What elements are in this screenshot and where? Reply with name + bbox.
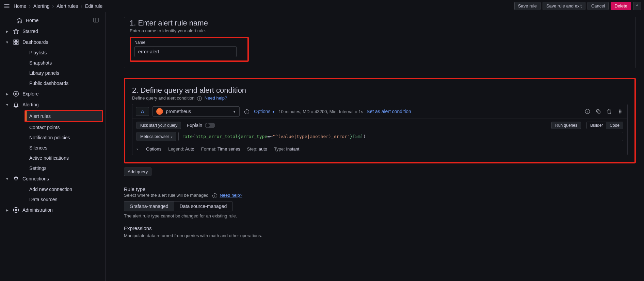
need-help-link[interactable]: Need help?	[205, 95, 227, 101]
sidebar-item-home[interactable]: Home	[0, 15, 105, 26]
sidebar-item-settings[interactable]: Settings	[0, 163, 105, 173]
run-queries-button[interactable]: Run queries	[551, 122, 581, 129]
drag-handle-icon[interactable]	[616, 108, 624, 115]
sidebar-item-data-sources[interactable]: Data sources	[0, 194, 105, 205]
more-caret-button[interactable]: ^	[633, 2, 641, 10]
trash-icon[interactable]	[606, 108, 613, 115]
info-icon[interactable]: i	[212, 193, 217, 198]
breadcrumb-alerting[interactable]: Alerting	[33, 3, 49, 9]
rule-type-subtitle: Select where the alert rule will be mana…	[124, 193, 636, 198]
svg-marker-8	[15, 93, 17, 95]
chevron-down-icon: ▼	[272, 110, 275, 113]
sidebar-item-label: Contact points	[29, 125, 60, 130]
grafana-managed-button[interactable]: Grafana-managed	[124, 201, 174, 211]
sidebar-item-label: Settings	[29, 165, 47, 171]
chevron-right-icon[interactable]: ›	[136, 146, 138, 152]
metrics-browser-button[interactable]: Metrics browser ›	[136, 132, 176, 141]
svg-point-16	[621, 110, 621, 110]
breadcrumb-home[interactable]: Home	[14, 3, 26, 9]
sidebar-item-notification-policies[interactable]: Notification policies	[0, 133, 105, 143]
chevron-right-icon: ▶	[5, 30, 10, 33]
options-label[interactable]: Options	[146, 146, 161, 152]
chevron-right-icon: ›	[171, 134, 173, 139]
sidebar-item-library-panels[interactable]: Library panels	[0, 68, 105, 78]
chevron-right-icon: ›	[52, 3, 54, 9]
sidebar-item-playlists[interactable]: Playlists	[0, 48, 105, 58]
main-content: 1. Enter alert rule name Enter a name to…	[106, 12, 644, 281]
expressions-title: Expressions	[124, 225, 636, 231]
svg-point-19	[619, 112, 620, 113]
dashboard-icon	[13, 39, 19, 45]
add-query-button[interactable]: Add query	[124, 168, 151, 176]
promql-input[interactable]: rate(http_error_total{error_type=~"^(val…	[178, 132, 623, 141]
sidebar-item-label: Explore	[22, 91, 38, 96]
sidebar-item-label: Alert rules	[29, 113, 51, 119]
copy-icon[interactable]	[595, 108, 602, 115]
sidebar-item-administration[interactable]: ▶ Administration	[0, 205, 105, 215]
sidebar-item-label: Alerting	[22, 102, 38, 107]
breadcrumb: Home › Alerting › Alert rules › Edit rul…	[14, 3, 102, 9]
sidebar-item-add-connection[interactable]: Add new connection	[0, 184, 105, 194]
rule-type-title: Rule type	[124, 186, 636, 192]
sidebar-item-label: Playlists	[29, 50, 47, 55]
plug-icon	[13, 176, 19, 182]
chevron-right-icon: ▶	[5, 92, 10, 96]
need-help-link[interactable]: Need help?	[220, 193, 242, 198]
svg-rect-4	[17, 40, 18, 41]
svg-point-20	[621, 112, 621, 113]
section-1-subtitle: Enter a name to identify your alert rule…	[130, 28, 630, 33]
set-as-alert-condition[interactable]: Set as alert condition	[367, 109, 411, 114]
sidebar-item-label: Starred	[22, 29, 38, 34]
sidebar-item-public-dashboards[interactable]: Public dashboards	[0, 78, 105, 88]
sidebar-item-dashboards[interactable]: ▼ Dashboards	[0, 37, 105, 48]
sidebar-item-label: Public dashboards	[29, 81, 68, 86]
kick-start-button[interactable]: Kick start your query	[136, 122, 181, 129]
code-tab[interactable]: Code	[606, 122, 623, 129]
save-rule-button[interactable]: Save rule	[514, 2, 541, 10]
svg-point-15	[619, 110, 620, 110]
name-label: Name	[134, 40, 237, 45]
hamburger-menu-icon[interactable]	[3, 2, 11, 10]
breadcrumb-alert-rules[interactable]: Alert rules	[57, 3, 78, 9]
sidebar-item-connections[interactable]: ▼ Connections	[0, 173, 105, 184]
dock-panel-icon[interactable]	[92, 16, 100, 24]
sidebar-item-active-notifications[interactable]: Active notifications	[0, 153, 105, 163]
info-icon[interactable]: i	[197, 96, 202, 101]
sidebar-item-label: Snapshots	[29, 60, 52, 66]
cancel-button[interactable]: Cancel	[587, 2, 609, 10]
delete-button[interactable]: Delete	[611, 2, 631, 10]
explain-label: Explain	[187, 123, 202, 128]
info-icon[interactable]: i	[244, 109, 249, 114]
info-icon[interactable]	[584, 108, 591, 115]
editor-mode-toggle[interactable]: Builder Code	[586, 122, 623, 129]
sidebar-item-alert-rules[interactable]: Alert rules	[26, 111, 102, 121]
svg-rect-3	[14, 40, 15, 41]
query-ref-id[interactable]: A	[136, 107, 149, 116]
explain-toggle[interactable]	[205, 123, 215, 128]
sidebar-item-contact-points[interactable]: Contact points	[0, 122, 105, 133]
sidebar-item-label: Add new connection	[29, 187, 72, 192]
sidebar-item-label: Dashboards	[22, 39, 48, 45]
sidebar-item-alerting[interactable]: ▼ Alerting	[0, 99, 105, 110]
query-options-toggle[interactable]: Options ▼	[254, 109, 275, 114]
sidebar-item-label: Home	[26, 18, 38, 23]
datasource-name: prometheus	[166, 109, 191, 114]
svg-point-17	[619, 111, 620, 112]
highlight-name-field: Name	[130, 37, 249, 62]
sidebar-item-explore[interactable]: ▶ Explore	[0, 88, 105, 99]
datasource-select[interactable]: prometheus ▼	[152, 106, 240, 117]
builder-tab[interactable]: Builder	[587, 122, 606, 129]
query-editor: A prometheus ▼ i Options ▼	[132, 104, 628, 155]
svg-rect-5	[14, 43, 15, 45]
home-icon	[16, 17, 22, 23]
section-2-title: 2. Define query and alert condition	[132, 86, 628, 95]
chevron-down-icon: ▼	[5, 177, 10, 181]
sidebar-item-label: Silences	[29, 145, 47, 151]
sidebar-item-snapshots[interactable]: Snapshots	[0, 58, 105, 68]
rule-name-input[interactable]	[134, 46, 237, 57]
sidebar-item-silences[interactable]: Silences	[0, 143, 105, 153]
svg-point-9	[15, 209, 17, 211]
sidebar-item-starred[interactable]: ▶ Starred	[0, 26, 105, 37]
data-source-managed-button[interactable]: Data source-managed	[174, 201, 233, 211]
save-rule-exit-button[interactable]: Save rule and exit	[543, 2, 585, 10]
